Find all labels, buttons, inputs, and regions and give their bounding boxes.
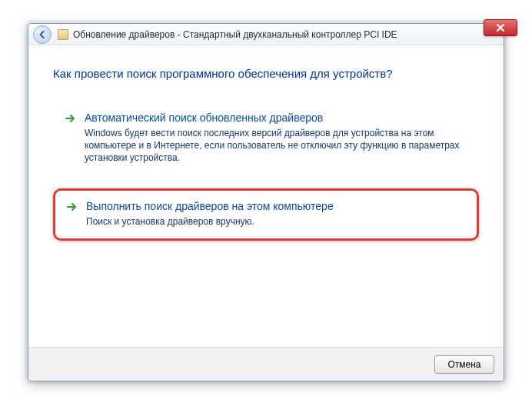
arrow-right-icon — [66, 201, 78, 213]
option-browse-computer[interactable]: Выполнить поиск драйверов на этом компью… — [53, 188, 479, 241]
back-button[interactable] — [33, 25, 52, 44]
close-icon — [496, 23, 505, 32]
option-description: Windows будет вести поиск последних верс… — [85, 127, 467, 165]
content-area: Как провести поиск программного обеспече… — [28, 45, 504, 347]
titlebar: Обновление драйверов - Стандартный двухк… — [28, 24, 504, 45]
back-arrow-icon — [38, 30, 47, 39]
option-auto-search[interactable]: Автоматический поиск обновленных драйвер… — [53, 102, 479, 176]
window-icon — [58, 29, 68, 40]
window-title: Обновление драйверов - Стандартный двухк… — [73, 29, 397, 40]
arrow-right-icon — [65, 112, 77, 125]
option-title: Автоматический поиск обновленных драйвер… — [85, 112, 467, 124]
option-description: Поиск и установка драйверов вручную. — [86, 215, 466, 228]
page-heading: Как провести поиск программного обеспече… — [53, 67, 479, 80]
dialog-window: Обновление драйверов - Стандартный двухк… — [28, 23, 504, 381]
footer: Отмена — [28, 347, 504, 381]
cancel-button[interactable]: Отмена — [434, 355, 494, 374]
close-button[interactable] — [484, 19, 517, 36]
option-title: Выполнить поиск драйверов на этом компью… — [86, 200, 466, 212]
